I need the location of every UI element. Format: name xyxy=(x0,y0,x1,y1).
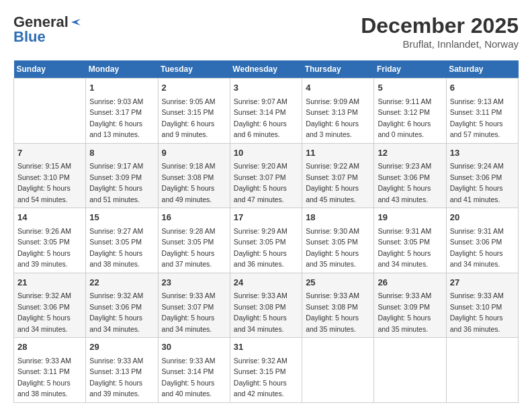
column-header-thursday: Thursday xyxy=(302,60,374,79)
day-number: 2 xyxy=(162,81,226,95)
calendar-cell: 16Sunrise: 9:28 AM Sunset: 3:05 PM Dayli… xyxy=(158,208,230,273)
calendar-cell: 6Sunrise: 9:13 AM Sunset: 3:11 PM Daylig… xyxy=(446,79,518,144)
calendar-cell: 13Sunrise: 9:24 AM Sunset: 3:06 PM Dayli… xyxy=(446,143,518,208)
calendar-title: December 2025 xyxy=(361,13,519,38)
calendar-cell: 31Sunrise: 9:32 AM Sunset: 3:15 PM Dayli… xyxy=(230,338,302,403)
calendar-cell: 11Sunrise: 9:22 AM Sunset: 3:07 PM Dayli… xyxy=(302,143,374,208)
day-info: Sunrise: 9:03 AM Sunset: 3:17 PM Dayligh… xyxy=(89,97,143,139)
calendar-cell: 10Sunrise: 9:20 AM Sunset: 3:07 PM Dayli… xyxy=(230,143,302,208)
calendar-cell: 21Sunrise: 9:32 AM Sunset: 3:06 PM Dayli… xyxy=(14,273,86,338)
day-number: 6 xyxy=(450,81,515,95)
day-number: 1 xyxy=(89,81,154,95)
calendar-cell xyxy=(374,338,446,403)
day-number: 29 xyxy=(89,340,154,354)
day-info: Sunrise: 9:33 AM Sunset: 3:13 PM Dayligh… xyxy=(89,357,143,398)
day-info: Sunrise: 9:33 AM Sunset: 3:08 PM Dayligh… xyxy=(234,291,287,333)
day-number: 4 xyxy=(306,81,370,95)
day-number: 15 xyxy=(89,211,154,224)
day-info: Sunrise: 9:23 AM Sunset: 3:06 PM Dayligh… xyxy=(378,162,431,203)
day-number: 7 xyxy=(17,146,82,160)
calendar-cell xyxy=(446,338,518,403)
day-number: 23 xyxy=(162,276,226,289)
day-info: Sunrise: 9:31 AM Sunset: 3:05 PM Dayligh… xyxy=(378,227,431,269)
day-number: 22 xyxy=(89,276,154,289)
day-number: 21 xyxy=(17,276,82,289)
title-block: December 2025 Bruflat, Innlandet, Norway xyxy=(361,13,519,50)
day-info: Sunrise: 9:26 AM Sunset: 3:05 PM Dayligh… xyxy=(17,227,71,269)
calendar-week-row: 28Sunrise: 9:33 AM Sunset: 3:11 PM Dayli… xyxy=(14,338,519,403)
calendar-cell: 23Sunrise: 9:33 AM Sunset: 3:07 PM Dayli… xyxy=(158,273,230,338)
day-info: Sunrise: 9:05 AM Sunset: 3:15 PM Dayligh… xyxy=(162,97,216,139)
calendar-week-row: 1Sunrise: 9:03 AM Sunset: 3:17 PM Daylig… xyxy=(14,79,519,144)
calendar-subtitle: Bruflat, Innlandet, Norway xyxy=(361,38,519,50)
day-info: Sunrise: 9:32 AM Sunset: 3:06 PM Dayligh… xyxy=(17,291,71,333)
day-info: Sunrise: 9:15 AM Sunset: 3:10 PM Dayligh… xyxy=(17,162,71,203)
day-number: 11 xyxy=(306,146,370,160)
day-number: 9 xyxy=(162,146,226,160)
day-number: 18 xyxy=(306,211,370,224)
calendar-cell: 29Sunrise: 9:33 AM Sunset: 3:13 PM Dayli… xyxy=(86,338,158,403)
column-header-monday: Monday xyxy=(86,60,158,79)
day-info: Sunrise: 9:33 AM Sunset: 3:10 PM Dayligh… xyxy=(450,291,504,333)
calendar-cell: 4Sunrise: 9:09 AM Sunset: 3:13 PM Daylig… xyxy=(302,79,374,144)
calendar-cell: 8Sunrise: 9:17 AM Sunset: 3:09 PM Daylig… xyxy=(86,143,158,208)
day-number: 28 xyxy=(17,340,82,354)
day-number: 25 xyxy=(306,276,370,289)
calendar-cell: 2Sunrise: 9:05 AM Sunset: 3:15 PM Daylig… xyxy=(158,79,230,144)
day-number: 10 xyxy=(234,146,298,160)
day-info: Sunrise: 9:07 AM Sunset: 3:14 PM Dayligh… xyxy=(234,97,287,139)
day-number: 3 xyxy=(234,81,298,95)
logo: General Blue xyxy=(13,13,82,46)
day-info: Sunrise: 9:33 AM Sunset: 3:08 PM Dayligh… xyxy=(306,291,359,333)
day-info: Sunrise: 9:11 AM Sunset: 3:12 PM Dayligh… xyxy=(378,97,431,139)
day-number: 8 xyxy=(89,146,154,160)
day-info: Sunrise: 9:17 AM Sunset: 3:09 PM Dayligh… xyxy=(89,162,143,203)
day-number: 26 xyxy=(378,276,442,289)
logo-blue: Blue xyxy=(13,28,46,46)
day-info: Sunrise: 9:33 AM Sunset: 3:07 PM Dayligh… xyxy=(162,291,216,333)
column-header-tuesday: Tuesday xyxy=(158,60,230,79)
calendar-cell: 24Sunrise: 9:33 AM Sunset: 3:08 PM Dayli… xyxy=(230,273,302,338)
day-info: Sunrise: 9:09 AM Sunset: 3:13 PM Dayligh… xyxy=(306,97,359,139)
day-number: 16 xyxy=(162,211,226,224)
calendar-cell: 3Sunrise: 9:07 AM Sunset: 3:14 PM Daylig… xyxy=(230,79,302,144)
calendar-week-row: 14Sunrise: 9:26 AM Sunset: 3:05 PM Dayli… xyxy=(14,208,519,273)
day-info: Sunrise: 9:20 AM Sunset: 3:07 PM Dayligh… xyxy=(234,162,287,203)
day-number: 30 xyxy=(162,340,226,354)
day-info: Sunrise: 9:33 AM Sunset: 3:14 PM Dayligh… xyxy=(162,357,216,398)
calendar-cell: 27Sunrise: 9:33 AM Sunset: 3:10 PM Dayli… xyxy=(446,273,518,338)
calendar-cell: 20Sunrise: 9:31 AM Sunset: 3:06 PM Dayli… xyxy=(446,208,518,273)
header: General Blue December 2025 Bruflat, Innl… xyxy=(13,13,519,50)
day-number: 24 xyxy=(234,276,298,289)
day-info: Sunrise: 9:28 AM Sunset: 3:05 PM Dayligh… xyxy=(162,227,216,269)
calendar-cell: 30Sunrise: 9:33 AM Sunset: 3:14 PM Dayli… xyxy=(158,338,230,403)
column-header-sunday: Sunday xyxy=(14,60,86,79)
day-info: Sunrise: 9:32 AM Sunset: 3:06 PM Dayligh… xyxy=(89,291,143,333)
calendar-body: 1Sunrise: 9:03 AM Sunset: 3:17 PM Daylig… xyxy=(14,79,519,403)
day-info: Sunrise: 9:13 AM Sunset: 3:11 PM Dayligh… xyxy=(450,97,504,139)
calendar-cell: 14Sunrise: 9:26 AM Sunset: 3:05 PM Dayli… xyxy=(14,208,86,273)
day-info: Sunrise: 9:29 AM Sunset: 3:05 PM Dayligh… xyxy=(234,227,287,269)
day-info: Sunrise: 9:27 AM Sunset: 3:05 PM Dayligh… xyxy=(89,227,143,269)
calendar-week-row: 21Sunrise: 9:32 AM Sunset: 3:06 PM Dayli… xyxy=(14,273,519,338)
day-info: Sunrise: 9:33 AM Sunset: 3:11 PM Dayligh… xyxy=(17,357,71,398)
calendar-cell: 22Sunrise: 9:32 AM Sunset: 3:06 PM Dayli… xyxy=(86,273,158,338)
logo-bird-icon xyxy=(70,16,82,28)
calendar-cell: 25Sunrise: 9:33 AM Sunset: 3:08 PM Dayli… xyxy=(302,273,374,338)
day-info: Sunrise: 9:31 AM Sunset: 3:06 PM Dayligh… xyxy=(450,227,504,269)
svg-marker-0 xyxy=(71,19,81,26)
day-number: 20 xyxy=(450,211,515,224)
day-info: Sunrise: 9:18 AM Sunset: 3:08 PM Dayligh… xyxy=(162,162,216,203)
column-header-friday: Friday xyxy=(374,60,446,79)
day-number: 12 xyxy=(378,146,442,160)
calendar-cell: 1Sunrise: 9:03 AM Sunset: 3:17 PM Daylig… xyxy=(86,79,158,144)
calendar-cell: 12Sunrise: 9:23 AM Sunset: 3:06 PM Dayli… xyxy=(374,143,446,208)
calendar-cell xyxy=(14,79,86,144)
calendar-cell: 26Sunrise: 9:33 AM Sunset: 3:09 PM Dayli… xyxy=(374,273,446,338)
day-number: 17 xyxy=(234,211,298,224)
column-header-wednesday: Wednesday xyxy=(230,60,302,79)
calendar-cell: 7Sunrise: 9:15 AM Sunset: 3:10 PM Daylig… xyxy=(14,143,86,208)
calendar-cell: 9Sunrise: 9:18 AM Sunset: 3:08 PM Daylig… xyxy=(158,143,230,208)
day-number: 14 xyxy=(17,211,82,224)
day-info: Sunrise: 9:32 AM Sunset: 3:15 PM Dayligh… xyxy=(234,357,287,398)
